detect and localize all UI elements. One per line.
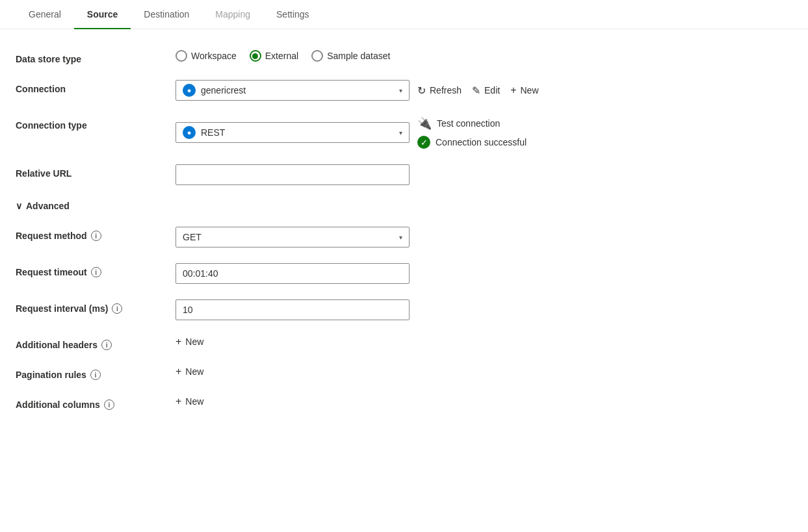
test-connection-group: 🔌 Test connection ✓ Connection successfu… — [417, 116, 527, 149]
pagination-rules-controls: + New — [176, 366, 569, 377]
radio-sample[interactable]: Sample dataset — [311, 50, 390, 62]
refresh-icon: ↻ — [417, 84, 426, 97]
data-store-type-label: Data store type — [16, 50, 165, 64]
pagination-rules-new-button[interactable]: + New — [176, 366, 203, 377]
relative-url-label: Relative URL — [16, 164, 165, 179]
connection-row: Connection ● genericrest ▾ ↻ Refresh ✎ E… — [16, 80, 569, 101]
radio-group-data-store: Workspace External Sample dataset — [176, 50, 390, 62]
additional-columns-label: Additional columns i — [16, 396, 165, 410]
connection-controls: ● genericrest ▾ ↻ Refresh ✎ Edit + New — [176, 80, 569, 101]
pagination-rules-plus-icon: + — [176, 366, 181, 377]
radio-workspace[interactable]: Workspace — [176, 50, 237, 62]
connection-label: Connection — [16, 80, 165, 94]
advanced-collapse-icon: ∨ — [16, 201, 22, 211]
tab-mapping: Mapping — [202, 0, 263, 29]
pagination-rules-label: Pagination rules i — [16, 366, 165, 380]
additional-headers-info-icon[interactable]: i — [101, 340, 112, 350]
request-interval-controls — [176, 299, 569, 320]
connection-type-controls: ● REST ▾ 🔌 Test connection ✓ Connection … — [176, 116, 569, 149]
additional-columns-info-icon[interactable]: i — [104, 399, 114, 410]
additional-columns-controls: + New — [176, 396, 569, 407]
request-method-dropdown[interactable]: GET ▾ — [176, 227, 410, 247]
additional-headers-plus-icon: + — [176, 336, 181, 348]
request-timeout-controls — [176, 263, 569, 284]
form-content: Data store type Workspace External Sampl… — [0, 29, 585, 446]
tab-settings[interactable]: Settings — [263, 0, 322, 29]
connection-actions: ↻ Refresh ✎ Edit + New — [417, 84, 539, 97]
connection-type-chevron-icon: ▾ — [399, 129, 402, 136]
connection-type-row: Connection type ● REST ▾ 🔌 Test connecti… — [16, 116, 569, 149]
relative-url-controls — [176, 164, 569, 185]
connection-icon: ● — [183, 84, 196, 97]
radio-external[interactable]: External — [250, 50, 298, 62]
relative-url-row: Relative URL — [16, 164, 569, 185]
request-timeout-info-icon[interactable]: i — [91, 267, 101, 277]
request-method-chevron-icon: ▾ — [399, 234, 402, 241]
radio-external-circle — [250, 50, 261, 62]
pagination-rules-row: Pagination rules i + New — [16, 366, 569, 380]
tab-source[interactable]: Source — [74, 0, 131, 29]
tab-destination[interactable]: Destination — [131, 0, 202, 29]
request-method-dropdown-left: GET — [183, 232, 202, 242]
request-method-controls: GET ▾ — [176, 227, 569, 247]
additional-columns-plus-icon: + — [176, 396, 181, 407]
test-connection-icon: 🔌 — [417, 116, 432, 131]
relative-url-input[interactable] — [176, 164, 410, 185]
connection-type-dropdown[interactable]: ● REST ▾ — [176, 122, 410, 143]
tab-bar: General Source Destination Mapping Setti… — [0, 0, 808, 29]
request-timeout-row: Request timeout i — [16, 263, 569, 284]
test-connection-button[interactable]: 🔌 Test connection — [417, 116, 527, 131]
data-store-type-row: Data store type Workspace External Sampl… — [16, 50, 569, 64]
request-timeout-label: Request timeout i — [16, 263, 165, 277]
request-interval-input[interactable] — [176, 299, 410, 320]
request-method-label: Request method i — [16, 227, 165, 241]
pagination-rules-info-icon[interactable]: i — [90, 370, 101, 380]
new-connection-plus-icon: + — [510, 84, 516, 96]
request-interval-info-icon[interactable]: i — [112, 303, 122, 314]
connection-dropdown-left: ● genericrest — [183, 84, 246, 97]
request-interval-row: Request interval (ms) i — [16, 299, 569, 320]
edit-button[interactable]: ✎ Edit — [472, 84, 500, 97]
tab-general[interactable]: General — [16, 0, 74, 29]
connection-success-row: ✓ Connection successful — [417, 136, 527, 149]
request-interval-label: Request interval (ms) i — [16, 299, 165, 314]
request-method-row: Request method i GET ▾ — [16, 227, 569, 247]
connection-dropdown[interactable]: ● genericrest ▾ — [176, 80, 410, 101]
success-check-icon: ✓ — [417, 136, 430, 149]
connection-type-icon: ● — [183, 126, 196, 139]
connection-type-dropdown-left: ● REST — [183, 126, 225, 139]
request-method-info-icon[interactable]: i — [91, 231, 101, 241]
additional-headers-new-button[interactable]: + New — [176, 336, 203, 348]
request-timeout-input[interactable] — [176, 263, 410, 284]
connection-type-label: Connection type — [16, 116, 165, 131]
edit-icon: ✎ — [472, 84, 480, 97]
radio-sample-circle — [311, 50, 323, 62]
additional-headers-controls: + New — [176, 336, 569, 348]
additional-headers-row: Additional headers i + New — [16, 336, 569, 350]
additional-columns-row: Additional columns i + New — [16, 396, 569, 410]
refresh-button[interactable]: ↻ Refresh — [417, 84, 462, 97]
advanced-toggle[interactable]: ∨ Advanced — [16, 201, 569, 211]
new-connection-button[interactable]: + New — [510, 84, 538, 96]
additional-columns-new-button[interactable]: + New — [176, 396, 203, 407]
radio-workspace-circle — [176, 50, 187, 62]
additional-headers-label: Additional headers i — [16, 336, 165, 350]
connection-chevron-icon: ▾ — [399, 87, 402, 94]
data-store-type-controls: Workspace External Sample dataset — [176, 50, 569, 62]
